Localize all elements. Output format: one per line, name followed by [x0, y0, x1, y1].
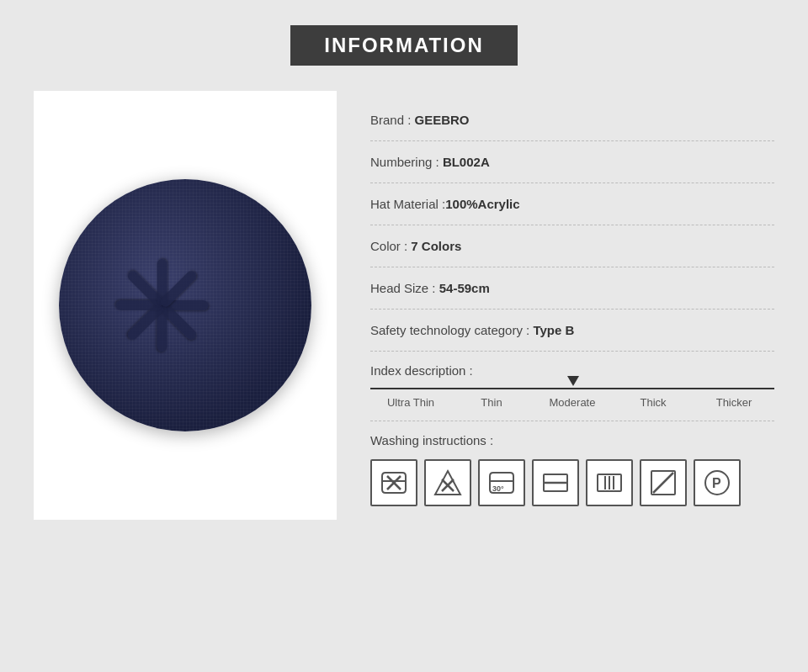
safety-row: Safety technology category : Type B — [370, 310, 774, 352]
brand-label: Brand : — [370, 113, 415, 127]
head-size-label: Head Size : — [370, 281, 439, 295]
title-bar: INFORMATION — [34, 25, 774, 66]
svg-text:P: P — [712, 476, 721, 490]
color-value: 7 Colors — [411, 239, 461, 253]
scale-label-moderate: Moderate — [532, 396, 613, 409]
thickness-scale: Ultra Thin Thin Moderate Thick Thicker — [370, 388, 774, 409]
page-wrapper: INFORMATION — [0, 0, 808, 672]
pinwheel — [135, 255, 236, 356]
svg-text:30°: 30° — [492, 484, 504, 493]
svg-marker-2 — [435, 471, 460, 495]
no-wash-icon — [370, 459, 417, 506]
numbering-label: Numbering : — [370, 155, 443, 169]
iron-icon — [640, 459, 687, 506]
no-bleach-icon — [424, 459, 471, 506]
material-row: Hat Material :100%Acrylic — [370, 183, 774, 225]
scale-labels: Ultra Thin Thin Moderate Thick Thicker — [370, 396, 774, 409]
washing-section: Washing instructions : — [370, 433, 774, 506]
safety-label: Safety technology category : — [370, 323, 533, 337]
scale-arrow — [567, 376, 579, 386]
brand-value: GEEBRO — [415, 113, 470, 127]
head-size-value: 54-59cm — [439, 281, 490, 295]
dry-clean-icon: P — [694, 459, 741, 506]
product-image-box — [34, 91, 337, 520]
material-value: 100%Acrylic — [445, 197, 519, 211]
numbering-value: BL002A — [443, 155, 490, 169]
index-section: Index description : Ultra Thin Thin Mode… — [370, 352, 774, 409]
scale-label-thin: Thin — [451, 396, 532, 409]
color-label: Color : — [370, 239, 411, 253]
scale-label-thick: Thick — [613, 396, 694, 409]
page-title: INFORMATION — [290, 25, 518, 66]
scale-label-thicker: Thicker — [694, 396, 774, 409]
content-area: Brand : GEEBRO Numbering : BL002A Hat Ma… — [34, 91, 774, 520]
flat-dry-icon — [532, 459, 579, 506]
numbering-row: Numbering : BL002A — [370, 141, 774, 183]
head-size-row: Head Size : 54-59cm — [370, 267, 774, 310]
washing-icons: 30° — [370, 459, 774, 506]
hat-image — [59, 179, 311, 431]
material-label: Hat Material : — [370, 197, 445, 211]
brand-row: Brand : GEEBRO — [370, 99, 774, 141]
info-panel: Brand : GEEBRO Numbering : BL002A Hat Ma… — [370, 91, 774, 506]
30-wash-icon: 30° — [478, 459, 525, 506]
svg-line-13 — [653, 473, 673, 493]
scale-label-ultra-thin: Ultra Thin — [370, 396, 451, 409]
scale-line — [370, 388, 774, 389]
color-row: Color : 7 Colors — [370, 225, 774, 267]
washing-title: Washing instructions : — [370, 433, 774, 447]
vertical-dry-icon — [586, 459, 633, 506]
safety-value: Type B — [533, 323, 574, 337]
index-divider — [370, 421, 774, 421]
